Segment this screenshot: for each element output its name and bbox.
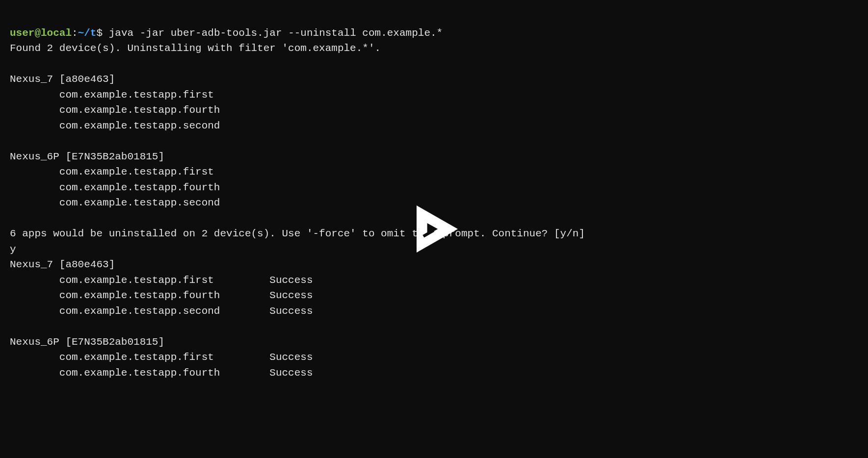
device-header: Nexus_6P [E7N35B2ab01815]: [10, 336, 164, 348]
app-line: com.example.testapp.first: [10, 166, 214, 178]
play-icon: [405, 200, 464, 258]
device-header: Nexus_7 [a80e463]: [10, 259, 115, 270]
prompt-user: user@local: [10, 27, 72, 39]
prompt-dollar: $: [96, 27, 103, 39]
terminal-command: java -jar uber-adb-tools.jar --uninstall…: [109, 27, 443, 39]
app-line: com.example.testapp.fourth: [10, 104, 220, 116]
terminal-output: user@local:~/t$ java -jar uber-adb-tools…: [10, 10, 858, 381]
user-answer: y: [10, 244, 16, 255]
result-line: com.example.testapp.first Success: [10, 275, 313, 286]
result-line: com.example.testapp.fourth Success: [10, 367, 313, 379]
app-line: com.example.testapp.fourth: [10, 182, 220, 193]
app-line: com.example.testapp.second: [10, 120, 220, 131]
app-line: com.example.testapp.first: [10, 89, 214, 101]
device-header: Nexus_7 [a80e463]: [10, 74, 115, 85]
play-button[interactable]: [405, 200, 464, 258]
output-line: Found 2 device(s). Uninstalling with fil…: [10, 43, 381, 54]
app-line: com.example.testapp.second: [10, 197, 220, 208]
result-line: com.example.testapp.second Success: [10, 305, 313, 317]
prompt-path: ~/t: [78, 27, 97, 39]
result-line: com.example.testapp.first Success: [10, 352, 313, 363]
confirm-prompt: 6 apps would be uninstalled on 2 device(…: [10, 228, 585, 239]
result-line: com.example.testapp.fourth Success: [10, 290, 313, 301]
prompt-colon: :: [72, 27, 78, 39]
device-header: Nexus_6P [E7N35B2ab01815]: [10, 151, 164, 162]
